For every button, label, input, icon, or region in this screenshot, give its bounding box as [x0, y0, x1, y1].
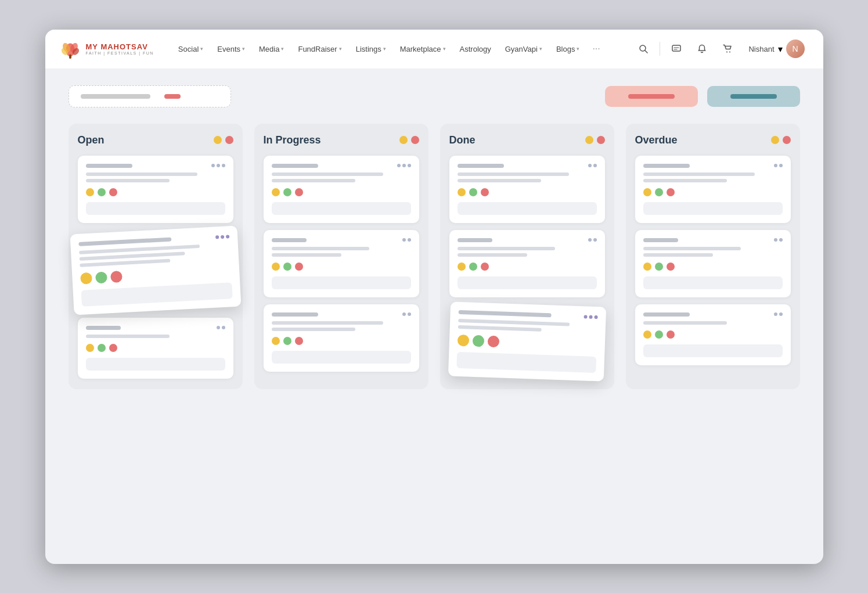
- card-title-bar: [458, 310, 551, 317]
- card-line: [86, 179, 170, 182]
- color-dot-yellow: [458, 188, 466, 196]
- card-dots: [217, 326, 225, 329]
- task-card[interactable]: [449, 156, 605, 223]
- card-top-row: [643, 238, 783, 242]
- task-card[interactable]: [264, 156, 419, 223]
- card-lines: [86, 172, 225, 182]
- chevron-down-icon: ▾: [200, 46, 203, 52]
- chevron-down-icon: ▾: [539, 46, 542, 52]
- card-footer: [458, 276, 597, 289]
- column-header-done: Done: [449, 134, 605, 146]
- task-card[interactable]: [78, 156, 233, 223]
- card-dot: [402, 312, 406, 316]
- task-card[interactable]: [264, 230, 419, 297]
- username-label: Nishant: [748, 45, 774, 53]
- kanban-column-open: Open: [69, 124, 243, 389]
- color-dot-yellow: [457, 334, 469, 346]
- card-lines: [458, 247, 597, 257]
- badge-yellow: [399, 136, 408, 144]
- card-dot: [408, 238, 411, 242]
- logo-area[interactable]: MY MAHOTSAV FAITH | FESTIVALS | FUN: [59, 38, 154, 60]
- card-colors: [643, 330, 783, 339]
- color-dot-yellow: [80, 272, 92, 284]
- badge-yellow: [585, 136, 593, 144]
- card-footer: [643, 276, 783, 289]
- nav-item-fundraiser[interactable]: FundRaiser ▾: [292, 41, 347, 57]
- nav-item-astrology[interactable]: Astrology: [454, 41, 497, 57]
- color-dot-yellow: [643, 263, 651, 271]
- nav-item-media[interactable]: Media ▾: [253, 41, 290, 57]
- more-options-icon[interactable]: ···: [588, 40, 604, 57]
- card-line: [458, 325, 541, 331]
- task-card[interactable]: [264, 304, 419, 372]
- nav-item-listings[interactable]: Listings ▾: [350, 41, 392, 57]
- nav-item-social[interactable]: Social ▾: [172, 41, 209, 57]
- task-cards-open: [78, 156, 233, 379]
- notification-button[interactable]: [693, 39, 711, 58]
- card-line: [643, 253, 713, 257]
- color-dot-yellow: [272, 337, 280, 345]
- card-dot: [589, 315, 592, 318]
- badge-red: [411, 136, 419, 144]
- column-title-overdue: Overdue: [635, 134, 678, 146]
- card-dots: [402, 238, 411, 242]
- card-line: [643, 321, 727, 325]
- card-line: [86, 172, 197, 176]
- card-lines: [86, 335, 225, 338]
- card-top-row: [458, 238, 597, 242]
- color-dot-yellow: [643, 188, 651, 196]
- search-button[interactable]: [634, 39, 653, 58]
- column-title-open: Open: [78, 134, 105, 146]
- navbar: MY MAHOTSAV FAITH | FESTIVALS | FUN Soci…: [45, 30, 823, 69]
- color-dot-yellow: [86, 344, 94, 352]
- logo-sub: FAITH | FESTIVALS | FUN: [86, 51, 154, 55]
- nav-item-events[interactable]: Events ▾: [211, 41, 251, 57]
- card-lines: [272, 172, 411, 182]
- card-footer: [272, 276, 411, 289]
- task-card-dragging-done[interactable]: [448, 301, 606, 381]
- card-dot: [211, 164, 215, 167]
- avatar: N: [786, 39, 805, 58]
- card-lines: [272, 321, 411, 331]
- task-card[interactable]: [635, 230, 791, 297]
- task-card[interactable]: [635, 304, 791, 365]
- card-line: [458, 172, 569, 176]
- card-dot: [779, 238, 783, 242]
- nav-item-gyanvapi[interactable]: GyanVapi ▾: [499, 41, 548, 57]
- color-dot-green: [655, 330, 663, 339]
- card-top-row: [272, 238, 411, 242]
- card-line: [272, 321, 383, 325]
- card-dot: [774, 164, 777, 167]
- color-dot-green: [95, 271, 107, 283]
- card-colors: [457, 334, 597, 350]
- filter-badge: [164, 94, 181, 99]
- color-dot-yellow: [643, 330, 651, 339]
- card-title-bar: [86, 326, 121, 330]
- card-top-row: [643, 312, 783, 317]
- nav-links: Social ▾ Events ▾ Media ▾ FundRaiser ▾ L…: [172, 40, 630, 57]
- message-button[interactable]: [667, 39, 686, 58]
- nav-item-blogs[interactable]: Blogs ▾: [550, 41, 586, 57]
- task-card[interactable]: [78, 318, 233, 379]
- user-menu[interactable]: Nishant ▾ N: [744, 37, 809, 60]
- card-dot: [222, 164, 225, 167]
- task-card-dragging[interactable]: [70, 225, 241, 315]
- color-dot-red: [667, 263, 675, 271]
- chevron-down-icon: ▾: [383, 46, 386, 52]
- card-dot: [225, 234, 229, 238]
- column-badges-overdue: [771, 136, 791, 144]
- create-task-button[interactable]: [605, 86, 698, 107]
- column-header-overdue: Overdue: [635, 134, 791, 146]
- nav-item-marketplace[interactable]: Marketplace ▾: [394, 41, 452, 57]
- cart-button[interactable]: [718, 39, 737, 58]
- task-card[interactable]: [635, 156, 791, 223]
- card-dots: [774, 238, 783, 242]
- task-card[interactable]: [449, 230, 605, 297]
- card-line: [458, 253, 527, 257]
- card-dot: [217, 326, 220, 329]
- svg-rect-8: [672, 45, 680, 51]
- card-dot: [593, 164, 597, 167]
- board-view-button[interactable]: [707, 86, 800, 107]
- card-footer: [643, 202, 783, 215]
- card-line: [458, 247, 555, 250]
